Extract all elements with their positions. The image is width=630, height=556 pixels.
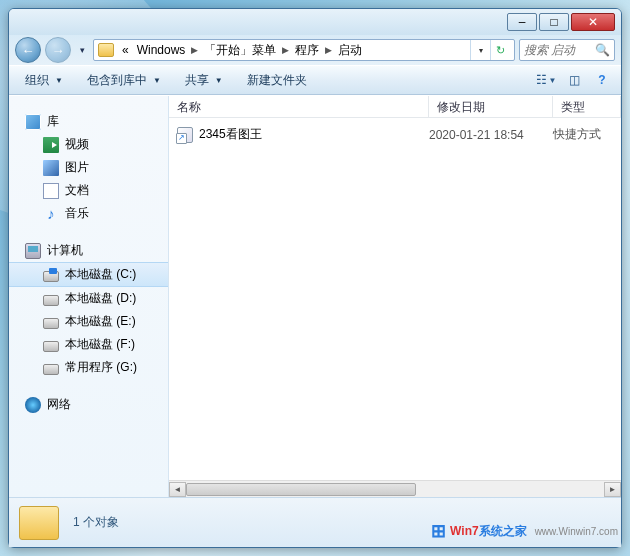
close-button[interactable]: ✕ [571,13,615,31]
libraries-node[interactable]: 库 [9,110,168,133]
file-list[interactable]: 2345看图王 2020-01-21 18:54 快捷方式 [169,118,621,480]
address-bar: ← → ▾ « Windows ▶ 「开始」菜单 ▶ 程序 ▶ 启动 ▾ ↻ 🔍 [9,35,621,65]
chevron-right-icon: ▶ [323,45,334,55]
music-icon [43,206,59,222]
sidebar-item-disk-e[interactable]: 本地磁盘 (E:) [9,310,168,333]
breadcrumb-item[interactable]: Windows [133,43,190,57]
titlebar[interactable]: – □ ✕ [9,9,621,35]
disk-icon [43,271,59,282]
explorer-window: – □ ✕ ← → ▾ « Windows ▶ 「开始」菜单 ▶ 程序 ▶ 启动… [8,8,622,548]
sidebar-item-documents[interactable]: 文档 [9,179,168,202]
sidebar-item-videos[interactable]: 视频 [9,133,168,156]
scrollbar-track[interactable] [186,482,604,497]
disk-icon [43,341,59,352]
breadcrumb-item[interactable]: 「开始」菜单 [200,42,280,59]
search-box[interactable]: 🔍 [519,39,615,61]
horizontal-scrollbar[interactable]: ◄ ► [169,480,621,497]
scroll-left-button[interactable]: ◄ [169,482,186,497]
sidebar-item-disk-g[interactable]: 常用程序 (G:) [9,356,168,379]
sidebar-item-disk-c[interactable]: 本地磁盘 (C:) [9,262,168,287]
back-button[interactable]: ← [15,37,41,63]
breadcrumb[interactable]: « Windows ▶ 「开始」菜单 ▶ 程序 ▶ 启动 ▾ ↻ [93,39,515,61]
document-icon [43,183,59,199]
network-node[interactable]: 网络 [9,393,168,416]
column-header-name[interactable]: 名称 [169,96,429,117]
sidebar-item-music[interactable]: 音乐 [9,202,168,225]
new-folder-button[interactable]: 新建文件夹 [239,69,317,92]
navigation-pane[interactable]: 库 视频 图片 文档 音乐 计算机 本地磁盘 (C:) 本地磁盘 (D:) 本地… [9,96,169,497]
sidebar-item-disk-f[interactable]: 本地磁盘 (F:) [9,333,168,356]
folder-icon [19,506,59,540]
shortcut-icon [177,127,193,143]
video-icon [43,137,59,153]
preview-pane-button[interactable]: ◫ [563,69,585,91]
computer-node[interactable]: 计算机 [9,239,168,262]
sidebar-item-disk-d[interactable]: 本地磁盘 (D:) [9,287,168,310]
refresh-button[interactable]: ↻ [490,39,510,61]
chevron-right-icon: ▶ [280,45,291,55]
minimize-button[interactable]: – [507,13,537,31]
nav-history-dropdown[interactable]: ▾ [75,40,89,60]
watermark: ⊞ Win7系统之家 www.Winwin7.com [431,520,618,542]
organize-menu[interactable]: 组织▼ [17,69,73,92]
file-type: 快捷方式 [553,126,621,143]
network-icon [25,397,41,413]
file-list-pane: 名称 修改日期 类型 2345看图王 2020-01-21 18:54 快捷方式… [169,96,621,497]
picture-icon [43,160,59,176]
help-button[interactable]: ? [591,69,613,91]
search-icon[interactable]: 🔍 [595,43,610,57]
file-name: 2345看图王 [199,126,262,143]
item-count-label: 1 个对象 [73,514,119,531]
column-header-type[interactable]: 类型 [553,96,621,117]
file-row[interactable]: 2345看图王 2020-01-21 18:54 快捷方式 [169,124,621,145]
file-date: 2020-01-21 18:54 [429,128,553,142]
sidebar-item-pictures[interactable]: 图片 [9,156,168,179]
column-header-date[interactable]: 修改日期 [429,96,553,117]
disk-icon [43,295,59,306]
breadcrumb-dropdown[interactable]: ▾ [470,39,490,61]
library-icon [25,114,41,130]
breadcrumb-item[interactable]: 启动 [334,42,366,59]
breadcrumb-overflow[interactable]: « [118,43,133,57]
command-bar: 组织▼ 包含到库中▼ 共享▼ 新建文件夹 ☷▼ ◫ ? [9,65,621,95]
share-menu[interactable]: 共享▼ [177,69,233,92]
scrollbar-thumb[interactable] [186,483,416,496]
disk-icon [43,364,59,375]
scroll-right-button[interactable]: ► [604,482,621,497]
maximize-button[interactable]: □ [539,13,569,31]
forward-button[interactable]: → [45,37,71,63]
folder-icon [98,43,114,57]
breadcrumb-item[interactable]: 程序 [291,42,323,59]
chevron-right-icon: ▶ [189,45,200,55]
search-input[interactable] [524,43,591,57]
disk-icon [43,318,59,329]
include-in-library-menu[interactable]: 包含到库中▼ [79,69,171,92]
windows-logo-icon: ⊞ [431,520,446,542]
column-headers: 名称 修改日期 类型 [169,96,621,118]
computer-icon [25,243,41,259]
view-options-button[interactable]: ☷▼ [535,69,557,91]
